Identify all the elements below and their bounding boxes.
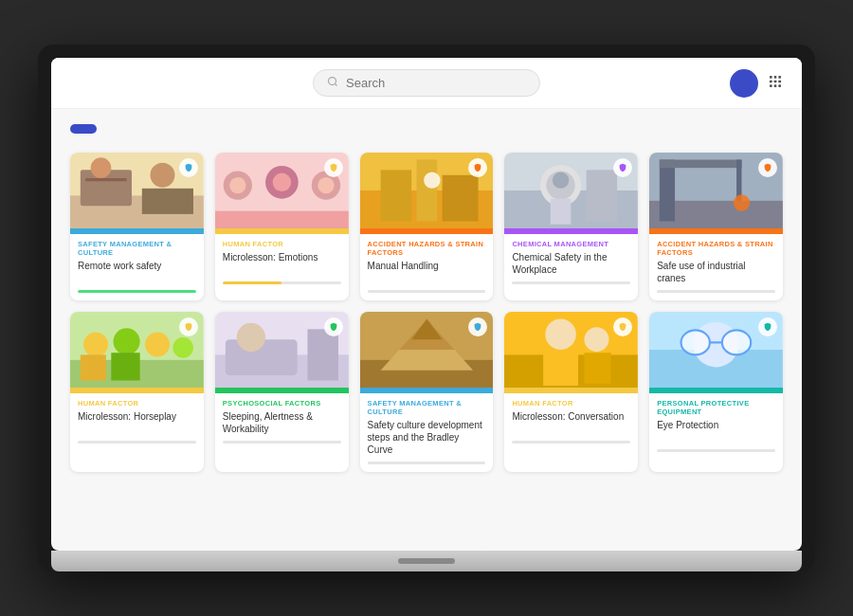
progress-bar (78, 441, 196, 444)
card-image-wrapper (649, 312, 783, 388)
course-card[interactable]: HUMAN FACTOR Microlesson: Conversation (504, 312, 638, 472)
card-image-wrapper (360, 312, 494, 388)
svg-rect-8 (770, 84, 772, 87)
grid-apps-icon[interactable] (768, 74, 783, 93)
card-body: HUMAN FACTOR Microlesson: Horseplay (70, 393, 204, 451)
card-image-wrapper (504, 153, 638, 228)
header-actions (730, 69, 783, 98)
svg-point-50 (172, 337, 193, 358)
progress-fill (223, 281, 281, 284)
card-title: Eye Protection (657, 419, 775, 444)
svg-rect-9 (774, 84, 777, 87)
course-grid: SAFETY MANAGEMENT & CULTURE Remote work … (70, 153, 783, 472)
card-category: SAFETY MANAGEMENT & CULTURE (368, 399, 486, 416)
card-title: Sleeping, Alertness & Workability (223, 410, 341, 435)
card-body: PERSONAL PROTECTIVE EQUIPMENT Eye Protec… (649, 393, 783, 460)
svg-rect-68 (585, 353, 611, 383)
progress-bar (223, 441, 341, 444)
course-card[interactable]: CHEMICAL MANAGEMENT Chemical Safety in t… (504, 153, 638, 300)
progress-bar (657, 449, 775, 452)
svg-rect-5 (770, 80, 772, 82)
progress-bar (512, 441, 630, 444)
progress-bar (78, 290, 196, 293)
svg-point-23 (272, 173, 290, 191)
svg-point-31 (424, 172, 440, 189)
card-category: HUMAN FACTOR (512, 399, 630, 408)
svg-rect-6 (774, 80, 777, 82)
avatar[interactable] (730, 69, 758, 98)
course-card[interactable]: HUMAN FACTOR Microlesson: Horseplay (70, 312, 204, 472)
progress-fill (78, 290, 196, 293)
card-category: HUMAN FACTOR (223, 240, 341, 248)
svg-point-44 (734, 194, 750, 210)
svg-rect-30 (442, 175, 478, 222)
card-image-wrapper (70, 312, 204, 388)
card-image-wrapper (215, 312, 349, 388)
svg-point-72 (681, 330, 710, 354)
svg-rect-28 (380, 170, 410, 221)
card-category: HUMAN FACTOR (78, 399, 196, 408)
course-card[interactable]: PERSONAL PROTECTIVE EQUIPMENT Eye Protec… (649, 312, 783, 472)
card-body: PSYCHOSOCIAL FACTORS Sleeping, Alertness… (215, 393, 349, 451)
card-shield-icon (758, 158, 777, 177)
svg-point-73 (722, 330, 751, 354)
card-shield-icon (324, 317, 343, 336)
card-body: SAFETY MANAGEMENT & CULTURE Remote work … (70, 234, 204, 300)
svg-point-14 (91, 157, 112, 178)
course-card[interactable]: SAFETY MANAGEMENT & CULTURE Remote work … (70, 153, 204, 300)
svg-rect-57 (307, 329, 337, 380)
card-category: ACCIDENT HAZARDS & STRAIN FACTORS (368, 240, 486, 257)
svg-rect-3 (774, 76, 777, 79)
card-shield-icon (179, 158, 198, 177)
progress-bar (512, 281, 630, 284)
course-card[interactable]: HUMAN FACTOR Microlesson: Emotions (215, 153, 349, 300)
progress-bar (368, 462, 486, 464)
card-body: HUMAN FACTOR Microlesson: Conversation (504, 393, 638, 451)
card-body: HUMAN FACTOR Microlesson: Emotions (215, 234, 349, 292)
header (51, 58, 802, 109)
svg-point-36 (553, 172, 569, 189)
svg-rect-2 (770, 76, 772, 79)
svg-point-16 (150, 163, 174, 188)
svg-rect-17 (142, 189, 193, 214)
card-title: Safety culture development steps and the… (368, 419, 486, 456)
card-title: Remote work safety (78, 260, 196, 284)
card-category: PSYCHOSOCIAL FACTORS (223, 399, 341, 408)
card-body: ACCIDENT HAZARDS & STRAIN FACTORS Safe u… (649, 234, 783, 300)
svg-point-0 (329, 78, 336, 85)
svg-point-24 (318, 177, 334, 193)
card-title: Microlesson: Horseplay (78, 410, 196, 435)
card-image-wrapper (504, 312, 638, 388)
page-title (70, 124, 97, 134)
course-card[interactable]: SAFETY MANAGEMENT & CULTURE Safety cultu… (360, 312, 494, 472)
svg-point-49 (145, 333, 170, 357)
svg-rect-15 (85, 178, 126, 181)
card-title: Chemical Safety in the Workplace (512, 251, 630, 276)
svg-rect-37 (551, 199, 572, 225)
svg-line-1 (335, 83, 336, 85)
svg-point-47 (83, 333, 108, 357)
card-image-wrapper (649, 153, 783, 228)
course-card[interactable]: ACCIDENT HAZARDS & STRAIN FACTORS Safe u… (649, 153, 783, 300)
svg-rect-52 (111, 353, 139, 380)
svg-rect-66 (544, 350, 579, 386)
card-title: Safe use of industrial cranes (657, 260, 775, 284)
svg-point-56 (237, 323, 265, 352)
svg-rect-25 (215, 211, 349, 228)
search-bar[interactable] (313, 69, 540, 97)
card-image-wrapper (360, 153, 494, 228)
svg-rect-4 (778, 76, 781, 79)
svg-point-22 (229, 177, 245, 193)
card-shield-icon (324, 158, 343, 177)
svg-rect-7 (778, 80, 781, 82)
progress-bar (368, 290, 486, 293)
svg-rect-51 (81, 354, 106, 380)
card-body: CHEMICAL MANAGEMENT Chemical Safety in t… (504, 234, 638, 292)
svg-point-67 (585, 327, 609, 352)
svg-point-65 (546, 319, 576, 350)
course-card[interactable]: PSYCHOSOCIAL FACTORS Sleeping, Alertness… (215, 312, 349, 472)
card-category: CHEMICAL MANAGEMENT (512, 240, 630, 248)
search-input[interactable] (346, 76, 526, 90)
course-card[interactable]: ACCIDENT HAZARDS & STRAIN FACTORS Manual… (360, 153, 494, 300)
svg-rect-41 (660, 160, 675, 222)
